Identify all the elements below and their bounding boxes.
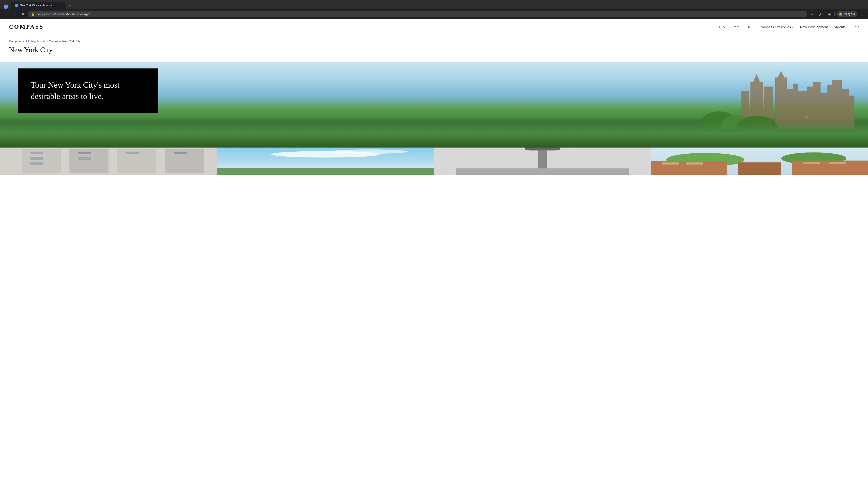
address-bar[interactable]: 🔒 compass.com/neighborhood-guides/nyc/ [28,11,807,17]
browser-nav-icons: ☆ ⬡ ▣ 🕵 Incognito ⋮ [809,11,864,17]
url-display[interactable]: compass.com/neighborhood-guides/nyc/ [37,12,804,16]
svg-rect-24 [30,152,43,154]
svg-marker-14 [753,74,760,82]
reload-button[interactable]: ✕ [20,11,26,17]
svg-marker-11 [778,71,784,77]
svg-rect-40 [456,168,629,175]
breadcrumb-parent-link[interactable]: All Neighborhood Guides [26,39,58,43]
nav-sell[interactable]: Sell [747,25,752,29]
dot-1 [855,26,856,27]
extensions-button[interactable]: ⬡ [816,11,822,17]
svg-rect-47 [662,162,679,165]
svg-rect-27 [78,152,91,154]
thumbnail-4[interactable] [651,148,868,175]
svg-rect-30 [174,152,187,154]
cursor-ring [805,116,808,120]
site-header: COMPASS Buy Rent Sell Compass Exclusives… [0,19,868,35]
svg-rect-45 [738,162,781,175]
svg-point-33 [330,149,408,154]
nav-rent[interactable]: Rent [733,25,740,29]
dot-2 [857,26,857,27]
breadcrumb: Compass ▸ All Neighborhood Guides ▸ New … [9,39,859,43]
svg-rect-28 [78,157,91,160]
back-button[interactable]: ← [4,11,10,17]
browser-tab-active[interactable]: New York City Neighborhood G... × [11,2,66,9]
tab-favicon [15,4,18,7]
profile-button[interactable]: ▾ [4,4,8,9]
agents-dropdown-icon: ▾ [846,26,848,28]
website-content: COMPASS Buy Rent Sell Compass Exclusives… [0,19,868,175]
lock-icon: 🔒 [31,12,35,16]
hero-section: Tour New York City's most desirable area… [0,62,868,148]
thumbnails-section [0,148,868,175]
breadcrumb-arrow-2: ▸ [59,40,61,43]
site-logo[interactable]: COMPASS [9,24,43,30]
nav-new-development[interactable]: New Development [800,25,828,29]
layout-button[interactable]: ▣ [826,11,833,17]
tab-title: New York City Neighborhood G... [20,4,57,7]
thumbnail-1[interactable] [0,148,217,175]
breadcrumb-section: Compass ▸ All Neighborhood Guides ▸ New … [0,35,868,56]
svg-rect-29 [126,152,139,154]
nav-compass-exclusives[interactable]: Compass Exclusives ▾ [760,25,793,29]
svg-rect-39 [477,168,608,168]
hero-trees [0,121,868,148]
svg-rect-26 [30,162,43,165]
site-nav: Buy Rent Sell Compass Exclusives ▾ New D… [719,25,859,29]
svg-rect-25 [30,157,43,160]
nav-agents[interactable]: Agents ▾ [835,25,848,29]
svg-rect-34 [217,168,434,175]
nav-buy[interactable]: Buy [719,25,725,29]
thumbnail-3[interactable] [434,148,651,175]
breadcrumb-arrow-1: ▸ [23,40,24,43]
bookmark-button[interactable]: ☆ [809,11,815,17]
nav-bar: ← → ✕ 🔒 compass.com/neighborhood-guides/… [0,9,868,19]
more-menu-button[interactable] [855,26,859,27]
new-tab-button[interactable]: + [67,2,73,8]
cursor-center [806,117,807,119]
thumbnail-2[interactable] [217,148,434,175]
dot-3 [858,26,859,27]
hero-content-box: Tour New York City's most desirable area… [18,68,158,113]
incognito-icon: 🕵 [839,12,842,16]
svg-rect-50 [829,162,846,164]
cursor [805,116,809,121]
svg-rect-36 [538,149,547,170]
svg-rect-48 [686,162,703,165]
compass-exclusives-dropdown-icon: ▾ [792,26,793,28]
nav-divider-2 [834,12,835,16]
svg-rect-49 [803,162,820,164]
incognito-label: Incognito [844,12,855,15]
tab-bar: ▾ New York City Neighborhood G... × + [0,0,868,9]
incognito-badge[interactable]: 🕵 Incognito [836,11,857,17]
tab-close-button[interactable]: × [58,4,62,7]
forward-button[interactable]: → [12,11,18,17]
svg-rect-38 [525,148,560,150]
page-title: New York City [9,46,859,54]
breadcrumb-home-link[interactable]: Compass [9,39,22,43]
breadcrumb-current: New York City [62,39,81,43]
hero-headline: Tour New York City's most desirable area… [31,79,146,102]
nav-divider [824,12,825,16]
browser-chrome: ▾ New York City Neighborhood G... × + ← … [0,0,868,19]
menu-button[interactable]: ⋮ [858,11,864,17]
